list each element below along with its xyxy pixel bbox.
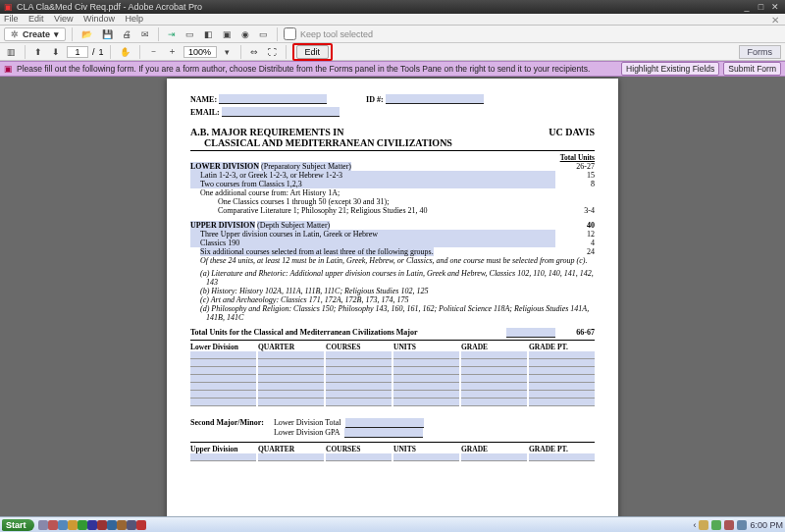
email-label: EMAIL: bbox=[190, 108, 220, 117]
edit-button-highlight: Edit bbox=[292, 43, 334, 61]
save-icon[interactable]: 💾 bbox=[99, 27, 116, 41]
clock: 6:00 PM bbox=[750, 520, 783, 530]
submit-form-button[interactable]: Submit Form bbox=[723, 62, 781, 76]
pdf-page: NAME: ID #: EMAIL: A.B. MAJOR REQUIREMEN… bbox=[167, 79, 618, 520]
menu-help[interactable]: Help bbox=[125, 14, 143, 24]
name-label: NAME: bbox=[190, 95, 217, 104]
taskbar-icon[interactable] bbox=[87, 520, 97, 530]
grid-row[interactable] bbox=[190, 453, 595, 461]
chevron-down-icon: ▾ bbox=[54, 29, 59, 39]
document-workspace[interactable]: NAME: ID #: EMAIL: A.B. MAJOR REQUIREMEN… bbox=[0, 77, 785, 520]
create-button[interactable]: ✲ Create ▾ bbox=[4, 27, 66, 41]
menu-view[interactable]: View bbox=[54, 14, 73, 24]
course-grid2-header: Upper DivisionQUARTERCOURSESUNITSGRADEGR… bbox=[190, 445, 595, 453]
taskbar-icon[interactable] bbox=[68, 520, 78, 530]
taskbar-icon[interactable] bbox=[117, 520, 127, 530]
maximize-button[interactable]: □ bbox=[755, 2, 766, 12]
window-controls: _ □ ✕ bbox=[741, 2, 781, 12]
doc-close-icon[interactable]: ✕ bbox=[771, 15, 779, 26]
page-sep: / bbox=[92, 47, 95, 57]
gear-icon: ✲ bbox=[11, 29, 19, 39]
grid-row[interactable] bbox=[190, 375, 595, 383]
tag-icon[interactable]: ◧ bbox=[201, 27, 216, 41]
tray-icon[interactable] bbox=[724, 520, 734, 530]
snapshot-icon[interactable]: ▣ bbox=[220, 27, 235, 41]
zoom-out-icon[interactable]: － bbox=[146, 45, 161, 59]
id-label: ID #: bbox=[366, 95, 384, 104]
upper-division-header: UPPER DIVISION bbox=[190, 221, 255, 230]
tray-icon[interactable] bbox=[699, 520, 708, 530]
upper-note: Of these 24 units, at least 12 must be i… bbox=[190, 256, 595, 265]
keep-tool-checkbox[interactable] bbox=[284, 27, 296, 40]
grid-row[interactable] bbox=[190, 391, 595, 399]
taskbar-icon[interactable] bbox=[48, 520, 58, 530]
total-major-label: Total Units for the Classical and Medite… bbox=[190, 328, 506, 338]
zoom-in-icon[interactable]: ＋ bbox=[165, 45, 180, 59]
second-major-label: Second Major/Minor: bbox=[190, 418, 264, 438]
grid-row[interactable] bbox=[190, 399, 595, 406]
taskbar-icon[interactable] bbox=[107, 520, 117, 530]
taskbar-icon[interactable] bbox=[38, 520, 48, 530]
lower-division-header: LOWER DIVISION bbox=[190, 162, 259, 171]
taskbar-icon[interactable] bbox=[136, 520, 146, 530]
window-title: CLA Cla&Med Civ Req.pdf - Adobe Acrobat … bbox=[17, 2, 202, 12]
stamp-icon[interactable]: ◉ bbox=[238, 27, 252, 41]
info-icon: ▣ bbox=[4, 64, 13, 74]
total-units-header: Total Units bbox=[560, 153, 595, 162]
grid-row[interactable] bbox=[190, 383, 595, 391]
create-label: Create bbox=[23, 29, 50, 39]
tray-icon[interactable] bbox=[711, 520, 721, 530]
doc-title: A.B. MAJOR REQUIREMENTS INCLASSICAL AND … bbox=[190, 127, 452, 148]
open-icon[interactable]: 📂 bbox=[78, 27, 95, 41]
zoom-dropdown-icon[interactable]: ▾ bbox=[221, 45, 235, 59]
form-message: Please fill out the following form. If y… bbox=[17, 64, 590, 74]
tray-icon[interactable]: ‹ bbox=[693, 520, 696, 530]
grid-row[interactable] bbox=[190, 367, 595, 375]
total-units-value: 26-27 bbox=[555, 162, 595, 171]
primary-toolbar: ✲ Create ▾ 📂 💾 🖨 ✉ ⇥ ▭ ◧ ▣ ◉ ▭ Keep tool… bbox=[0, 26, 785, 43]
page-up-icon[interactable]: ⬆ bbox=[31, 45, 45, 59]
page-number-input[interactable] bbox=[67, 46, 88, 58]
system-tray: ‹ 6:00 PM bbox=[693, 520, 783, 530]
grid-row[interactable] bbox=[190, 359, 595, 367]
course-grid-header: Lower DivisionQUARTERCOURSESUNITSGRADEGR… bbox=[190, 343, 595, 351]
zoom-input[interactable] bbox=[183, 46, 217, 58]
id-field[interactable] bbox=[386, 94, 484, 104]
page-total: 1 bbox=[99, 47, 104, 57]
measure-icon[interactable]: ▭ bbox=[256, 27, 271, 41]
name-field[interactable] bbox=[219, 94, 327, 104]
print-icon[interactable]: 🖨 bbox=[120, 27, 134, 41]
fit-page-icon[interactable]: ⛶ bbox=[265, 45, 280, 59]
taskbar-icon[interactable] bbox=[127, 520, 136, 530]
taskbar-icon[interactable] bbox=[58, 520, 68, 530]
taskbar-icon[interactable] bbox=[78, 520, 87, 530]
fit-width-icon[interactable]: ⇔ bbox=[247, 45, 261, 59]
close-button[interactable]: ✕ bbox=[769, 2, 781, 12]
minimize-button[interactable]: _ bbox=[741, 2, 753, 12]
edit-button[interactable]: Edit bbox=[296, 45, 330, 59]
title-bar: ▣ CLA Cla&Med Civ Req.pdf - Adobe Acroba… bbox=[0, 0, 785, 14]
keep-tool-label: Keep tool selected bbox=[300, 29, 373, 39]
hand-tool-icon[interactable]: ✋ bbox=[117, 45, 133, 59]
sidebar-toggle-icon[interactable]: ▥ bbox=[4, 45, 19, 59]
page-icon[interactable]: ▭ bbox=[183, 27, 197, 41]
highlight-fields-button[interactable]: Highlight Existing Fields bbox=[621, 62, 719, 76]
tray-icon[interactable] bbox=[737, 520, 747, 530]
page-toolbar: ▥ ⬆ ⬇ / 1 ✋ － ＋ ▾ ⇔ ⛶ Edit Forms bbox=[0, 43, 785, 61]
menu-window[interactable]: Window bbox=[83, 14, 115, 24]
grid-row[interactable] bbox=[190, 351, 595, 359]
app-icon: ▣ bbox=[4, 2, 13, 12]
export-icon[interactable]: ⇥ bbox=[165, 27, 179, 41]
menu-edit[interactable]: Edit bbox=[28, 14, 44, 24]
taskbar-icon[interactable] bbox=[97, 520, 107, 530]
mail-icon[interactable]: ✉ bbox=[138, 27, 152, 41]
menu-bar: File Edit View Window Help bbox=[0, 14, 785, 26]
school-name: UC DAVIS bbox=[549, 127, 595, 148]
page-down-icon[interactable]: ⬇ bbox=[49, 45, 63, 59]
email-field[interactable] bbox=[222, 107, 340, 117]
form-message-bar: ▣ Please fill out the following form. If… bbox=[0, 61, 785, 77]
menu-file[interactable]: File bbox=[4, 14, 19, 24]
start-button[interactable]: Start bbox=[2, 519, 34, 531]
forms-panel-tab[interactable]: Forms bbox=[739, 45, 782, 59]
taskbar: Start ‹ 6:00 PM bbox=[0, 516, 785, 532]
